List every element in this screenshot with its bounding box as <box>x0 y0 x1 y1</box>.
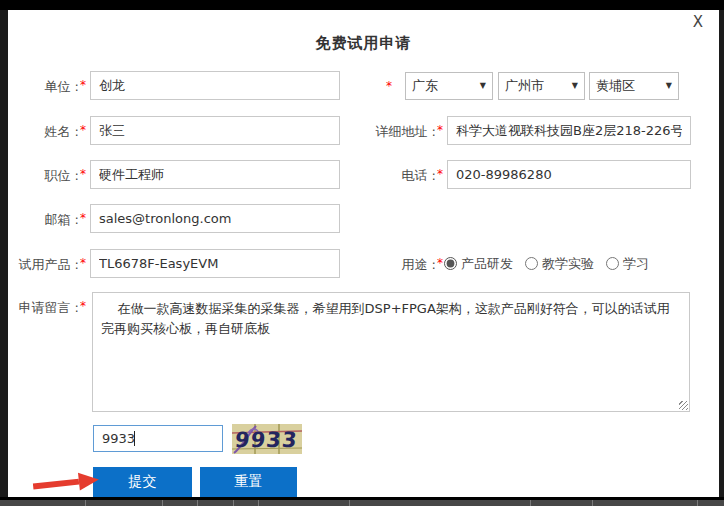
address-input[interactable] <box>447 116 691 145</box>
city-select[interactable]: 广州市 ▼ <box>498 72 585 100</box>
position-input[interactable] <box>90 160 340 189</box>
message-field-wrap: 在做一款高速数据采集的采集器，希望用到DSP+FPGA架构，这款产品刚好符合，可… <box>92 292 690 412</box>
red-arrow-annotation <box>32 470 100 497</box>
dialog-title: 免费试用申请 <box>8 34 719 53</box>
captcha-input[interactable] <box>93 425 223 452</box>
required-marker: * <box>437 123 443 137</box>
purpose-label: 用途 :* <box>333 249 443 279</box>
close-icon[interactable]: X <box>689 13 707 31</box>
purpose-option-teaching[interactable]: 教学实验 <box>525 255 594 273</box>
company-label: 单位 :* <box>8 71 86 101</box>
reset-button[interactable]: 重置 <box>200 467 297 497</box>
required-marker: * <box>80 299 86 313</box>
product-label: 试用产品 :* <box>8 249 86 279</box>
free-trial-dialog: 免费试用申请 X 单位 :* 姓名 :* 职位 :* 邮箱 :* 试用产品 :*… <box>8 10 719 497</box>
page-background-bottom <box>0 497 724 506</box>
phone-label: 电话 :* <box>333 160 443 190</box>
message-label: 申请留言 :* <box>8 292 86 322</box>
name-label: 姓名 :* <box>8 116 86 146</box>
purpose-option-learning[interactable]: 学习 <box>606 255 649 273</box>
required-marker: * <box>80 123 86 137</box>
purpose-option-label: 产品研发 <box>461 255 513 273</box>
required-marker: * <box>80 167 86 181</box>
email-input[interactable] <box>90 204 340 233</box>
email-label: 邮箱 :* <box>8 204 86 234</box>
purpose-option-label: 教学实验 <box>542 255 594 273</box>
company-input[interactable] <box>90 71 340 100</box>
page-background-top <box>0 0 724 10</box>
purpose-option-product-dev[interactable]: 产品研发 <box>444 255 513 273</box>
captcha-image[interactable]: 9933 <box>232 424 302 454</box>
submit-button[interactable]: 提交 <box>93 467 192 497</box>
captcha-field-wrap <box>93 425 223 452</box>
purpose-radio-learning[interactable] <box>606 257 619 270</box>
required-marker: * <box>80 211 86 225</box>
phone-input[interactable] <box>447 160 691 189</box>
required-marker: * <box>437 256 443 270</box>
name-input[interactable] <box>90 116 340 145</box>
captcha-digits: 9933 <box>234 427 299 452</box>
province-select-value: 广东 <box>412 78 438 93</box>
product-input[interactable] <box>90 249 340 278</box>
required-marker: * <box>80 78 86 92</box>
purpose-radio-product-dev[interactable] <box>444 257 457 270</box>
required-marker: * <box>437 167 443 181</box>
address-label: 详细地址 :* <box>333 116 443 146</box>
purpose-radio-group: 产品研发 教学实验 学习 <box>444 249 661 278</box>
required-marker: * <box>80 256 86 270</box>
chevron-down-icon: ▼ <box>572 73 578 99</box>
text-cursor <box>134 431 135 446</box>
region-required-marker: * <box>386 72 392 100</box>
resize-handle-icon[interactable] <box>679 401 688 410</box>
city-select-value: 广州市 <box>505 78 544 93</box>
purpose-option-label: 学习 <box>623 255 649 273</box>
arrow-shaft <box>33 479 79 490</box>
district-select[interactable]: 黄埔区 ▼ <box>589 72 679 100</box>
chevron-down-icon: ▼ <box>666 73 672 99</box>
position-label: 职位 :* <box>8 160 86 190</box>
chevron-down-icon: ▼ <box>480 73 486 99</box>
message-textarea[interactable]: 在做一款高速数据采集的采集器，希望用到DSP+FPGA架构，这款产品刚好符合，可… <box>92 292 690 412</box>
district-select-value: 黄埔区 <box>596 78 635 93</box>
purpose-radio-teaching[interactable] <box>525 257 538 270</box>
province-select[interactable]: 广东 ▼ <box>405 72 493 100</box>
